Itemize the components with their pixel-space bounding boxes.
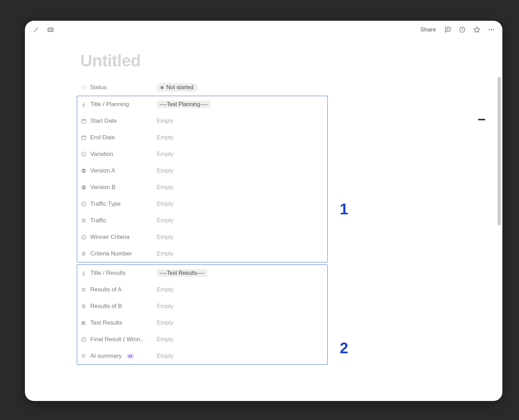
prop-value[interactable]: Empty — [157, 151, 327, 158]
page-title[interactable]: Untitled — [80, 51, 328, 70]
updates-icon[interactable] — [457, 25, 467, 35]
prop-label-text: Criteria Number — [90, 250, 132, 257]
empty-placeholder: Empty — [157, 134, 173, 141]
prop-label[interactable]: End Date — [81, 134, 157, 141]
prop-value[interactable]: Empty — [157, 286, 327, 293]
peek-mode-icon[interactable] — [46, 25, 55, 35]
number-icon — [81, 251, 87, 257]
more-icon[interactable] — [486, 25, 496, 35]
prop-label[interactable]: Winner Criteria — [81, 234, 157, 241]
status-icon — [80, 84, 86, 91]
empty-placeholder: Empty — [157, 303, 173, 309]
prop-row: Final Result ( Winn...Empty — [77, 331, 327, 348]
annotation-box-1: Title / Planning----Test Planning----Sta… — [77, 96, 328, 262]
svg-point-16 — [82, 185, 86, 189]
prop-label[interactable]: Title / Results — [81, 270, 157, 277]
date-icon — [81, 134, 87, 141]
topbar: Share — [25, 21, 502, 39]
prop-value-status[interactable]: Not started — [156, 83, 328, 92]
prop-row: Title / Results----Test Results---- — [77, 265, 327, 281]
prop-value[interactable]: Empty — [157, 167, 327, 174]
prop-label-text: Traffic — [90, 217, 106, 224]
prop-value[interactable]: Empty — [157, 118, 327, 124]
svg-rect-24 — [84, 324, 85, 324]
prop-row: Version BEmpty — [77, 179, 327, 196]
prop-value[interactable]: ----Test Planning---- — [157, 101, 327, 108]
prop-row-status: Status Not started — [77, 79, 328, 96]
svg-rect-21 — [83, 321, 84, 323]
url-icon — [81, 184, 87, 190]
prop-row: VariationEmpty — [77, 146, 327, 162]
prop-label-text: Traffic Type — [90, 200, 121, 207]
prop-label[interactable]: Final Result ( Winn... — [81, 336, 157, 343]
prop-label[interactable]: AI summaryAI — [81, 353, 157, 360]
prop-label[interactable]: Variation — [81, 151, 157, 158]
prop-row: AI summaryAIEmpty — [77, 348, 327, 364]
prop-label[interactable]: Traffic Type — [81, 200, 157, 207]
collapse-handle[interactable] — [478, 119, 485, 120]
scrollbar[interactable] — [498, 77, 501, 225]
svg-rect-22 — [83, 323, 84, 324]
prop-label[interactable]: Title / Planning — [81, 101, 157, 108]
prop-label[interactable]: Test Results — [81, 319, 157, 326]
prop-row: Winner CriteriaEmpty — [77, 229, 327, 245]
prop-row: Criteria NumberEmpty — [77, 245, 327, 262]
prop-label[interactable]: Criteria Number — [81, 250, 157, 257]
prop-label[interactable]: Start Date — [81, 118, 157, 124]
empty-placeholder: Empty — [157, 217, 173, 224]
annotation-label-1: 1 — [340, 200, 348, 218]
prop-label[interactable]: Results of A — [81, 286, 157, 293]
prop-label-text: End Date — [90, 134, 115, 141]
prop-label-text: AI summary — [90, 353, 122, 360]
share-button[interactable]: Share — [418, 25, 438, 35]
svg-rect-17 — [82, 187, 85, 187]
value-tag: ----Test Planning---- — [157, 101, 210, 108]
prop-value[interactable]: Empty — [157, 303, 327, 310]
empty-placeholder: Empty — [157, 286, 173, 293]
prop-value[interactable]: ----Test Results---- — [157, 269, 327, 277]
prop-value[interactable]: Empty — [157, 184, 327, 191]
svg-point-13 — [82, 169, 86, 173]
annotation-box-2: Title / Results----Test Results----Resul… — [77, 264, 328, 365]
svg-rect-1 — [49, 29, 53, 31]
prop-value[interactable]: Empty — [157, 200, 327, 207]
svg-rect-11 — [82, 136, 86, 140]
prop-label[interactable]: Version B — [81, 184, 157, 191]
prop-row: Start DateEmpty — [77, 113, 327, 129]
prop-row: Test ResultsEmpty — [77, 315, 327, 331]
prop-label-text: Version B — [90, 184, 116, 191]
expand-icon[interactable] — [31, 25, 41, 35]
prop-value[interactable]: Empty — [157, 234, 327, 241]
value-tag: ----Test Results---- — [157, 269, 207, 277]
prop-value[interactable]: Empty — [157, 250, 327, 257]
prop-row: Title / Planning----Test Planning---- — [77, 96, 327, 113]
svg-rect-15 — [82, 171, 85, 171]
prop-value[interactable]: Empty — [157, 217, 327, 224]
prop-label-text: Title / Planning — [90, 101, 129, 108]
prop-value[interactable]: Empty — [157, 134, 327, 141]
prop-value[interactable]: Empty — [157, 319, 327, 326]
prop-label[interactable]: Results of B — [81, 303, 157, 310]
prop-row: Results of BEmpty — [77, 298, 327, 315]
prop-label[interactable]: Traffic — [81, 217, 157, 224]
prop-value[interactable]: Empty — [157, 336, 327, 343]
prop-label-status[interactable]: Status — [80, 84, 156, 91]
prop-label-text: Variation — [90, 151, 113, 158]
svg-rect-18 — [82, 188, 85, 188]
svg-marker-5 — [474, 27, 480, 32]
prop-label[interactable]: Version A — [81, 167, 157, 174]
empty-placeholder: Empty — [157, 250, 173, 257]
favorite-icon[interactable] — [472, 25, 482, 35]
content-area: Untitled Status Not started Title / — [25, 39, 502, 401]
empty-placeholder: Empty — [157, 184, 173, 190]
prop-row: Results of AEmpty — [77, 281, 327, 298]
date-icon — [81, 118, 87, 124]
annotation-label-2: 2 — [340, 339, 348, 357]
comments-icon[interactable] — [443, 25, 453, 35]
empty-placeholder: Empty — [157, 167, 173, 174]
select-icon — [81, 151, 87, 157]
prop-label-text: Final Result ( Winn... — [90, 336, 145, 343]
svg-rect-10 — [82, 119, 86, 123]
select-icon — [81, 234, 87, 240]
prop-value[interactable]: Empty — [157, 353, 327, 360]
